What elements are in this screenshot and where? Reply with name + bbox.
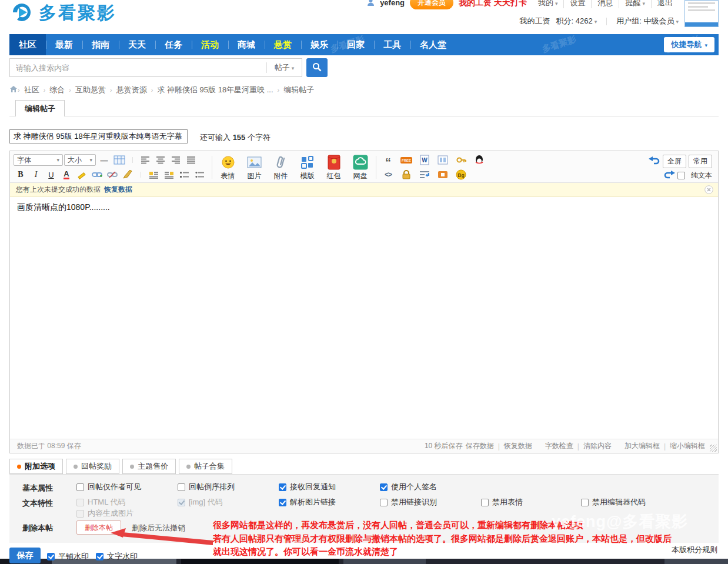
settings-link[interactable]: 设置 (564, 0, 592, 8)
my-menu[interactable]: 我的 (532, 0, 565, 8)
crumb-mutual-bounty[interactable]: 互助悬赏 (71, 85, 110, 95)
salary-link[interactable]: 我的工资 (520, 16, 550, 26)
align-right-icon[interactable] (169, 154, 183, 166)
close-icon[interactable] (704, 185, 713, 196)
username[interactable]: yefeng (380, 0, 405, 7)
checkbox-tile-watermark[interactable]: 平铺水印 (47, 551, 89, 562)
undo-icon[interactable] (649, 156, 660, 166)
tab-thread-price[interactable]: 主题售价 (122, 459, 176, 474)
highlight-icon[interactable] (75, 169, 89, 181)
messages-link[interactable]: 消息 (592, 0, 619, 8)
tab-edit-post[interactable]: 编辑帖子 (15, 100, 65, 116)
save-data-link[interactable]: 保存数据 (466, 441, 494, 451)
align-justify-icon[interactable] (185, 154, 199, 166)
word-count-link[interactable]: 字数检查 (545, 441, 573, 451)
nav-item-mall[interactable]: 商城 (228, 34, 265, 55)
common-button[interactable]: 常用 (689, 155, 712, 168)
qq-icon[interactable] (472, 154, 486, 166)
tab-reply-reward[interactable]: 回帖奖励 (66, 459, 119, 474)
font-size-select[interactable]: 大小▾ (64, 154, 96, 166)
tab-extra-options[interactable]: 附加选项 (9, 459, 63, 474)
columns-icon[interactable] (436, 154, 450, 166)
attachment-button[interactable]: 附件 (270, 155, 292, 181)
remove-link-icon[interactable] (105, 169, 119, 181)
nav-item-daily[interactable]: 天天 (119, 34, 155, 55)
checkbox-parse-image-links[interactable]: 解析图片链接 (279, 497, 336, 508)
redo-icon[interactable] (663, 171, 675, 181)
plain-text-checkbox[interactable] (677, 172, 685, 179)
word-doc-icon[interactable]: W (418, 154, 432, 166)
save-button[interactable]: 保存 (9, 548, 41, 563)
float-right-icon[interactable] (162, 169, 176, 181)
nav-item-latest[interactable]: 最新 (46, 34, 82, 55)
forum-rules-link[interactable]: 本版积分规则 (672, 545, 717, 555)
checkbox-use-signature[interactable]: 使用个人签名 (380, 482, 437, 492)
clear-format-icon[interactable] (121, 169, 135, 181)
search-type-dropdown[interactable]: 帖子 (266, 62, 302, 73)
bold-icon[interactable]: B (14, 169, 28, 181)
crumb-community[interactable]: 社区 (20, 85, 44, 95)
logout-link[interactable]: 退出 (652, 0, 679, 8)
nav-item-tasks[interactable]: 任务 (155, 34, 192, 55)
align-center-icon[interactable] (154, 154, 168, 166)
checkbox-disable-link-detect[interactable]: 禁用链接识别 (380, 497, 437, 508)
search-button[interactable] (306, 58, 328, 77)
sell-lock-icon[interactable] (399, 169, 413, 181)
font-family-select[interactable]: 字体▾ (14, 154, 63, 166)
editor-content-area[interactable]: 画质清晰点的1080P......... (10, 197, 718, 439)
nav-item-entertainment[interactable]: 娱乐 (301, 34, 338, 55)
search-input[interactable] (10, 59, 266, 76)
table-icon[interactable] (112, 154, 126, 166)
enlarge-editor-link[interactable]: 加大编辑框 (625, 441, 660, 451)
align-left-icon[interactable] (139, 154, 153, 166)
credits-dropdown[interactable]: 积分: 4262 (556, 16, 597, 26)
site-logo[interactable]: 多看聚影 (9, 0, 116, 26)
quote-icon[interactable]: “ (381, 154, 395, 166)
notifications-menu[interactable]: 提醒 (619, 0, 652, 8)
code-icon[interactable]: <> (381, 169, 395, 181)
checkbox-author-only[interactable]: 回帖仅作者可见 (76, 482, 141, 492)
hide-content-key-icon[interactable] (454, 154, 468, 166)
ordered-list-icon[interactable] (178, 169, 192, 181)
home-icon[interactable] (9, 85, 18, 95)
unordered-list-icon[interactable] (193, 169, 207, 181)
usergroup-dropdown[interactable]: 用户组: 中级会员 (616, 16, 679, 26)
salary-promo-link[interactable]: 我的工资 天天打卡 (459, 0, 527, 8)
nav-item-events[interactable]: 活动 (192, 34, 228, 55)
post-title-input[interactable] (9, 129, 188, 143)
clear-content-link[interactable]: 清除内容 (583, 441, 612, 451)
image-button[interactable]: 图片 (243, 155, 265, 181)
checkbox-reply-notify[interactable]: 接收回复通知 (279, 482, 336, 492)
media-icon[interactable] (436, 169, 450, 181)
tab-post-collection[interactable]: 帖子合集 (179, 459, 232, 474)
nav-item-bounty[interactable]: 悬赏 (265, 34, 301, 55)
quick-nav-button[interactable]: 快捷导航 (664, 37, 714, 52)
delete-post-button[interactable]: 删除本帖 (76, 520, 121, 535)
insert-link-icon[interactable] (90, 169, 104, 181)
avatar[interactable] (367, 0, 375, 8)
crumb-general[interactable]: 综合 (45, 85, 69, 95)
checkbox-reverse-order[interactable]: 回帖倒序排列 (178, 482, 235, 492)
nav-item-home[interactable]: 回家 (338, 34, 374, 55)
template-button[interactable]: 模版 (296, 155, 318, 181)
free-tag-icon[interactable]: FREE (399, 154, 413, 166)
crumb-thread-title[interactable]: 求 神雕侠侣 95版 18年星河重映 ... (153, 85, 277, 95)
crumb-bounty-resources[interactable]: 悬赏资源 (112, 85, 151, 95)
checkbox-text-watermark[interactable]: 文字水印 (96, 551, 138, 562)
shrink-editor-link[interactable]: 缩小编辑框 (670, 441, 705, 451)
cloud-drive-button[interactable]: 网盘 (349, 155, 371, 181)
fullscreen-button[interactable]: 全屏 (663, 155, 686, 168)
red-packet-button[interactable]: 红包 (323, 155, 345, 181)
italic-icon[interactable]: I (29, 169, 43, 181)
float-left-icon[interactable] (147, 169, 161, 181)
horizontal-rule-icon[interactable]: — (97, 154, 111, 166)
nav-item-community[interactable]: 社区 (9, 34, 46, 55)
resize-grip[interactable] (710, 445, 717, 452)
underline-icon[interactable]: U (44, 169, 58, 181)
checkbox-disable-editor-code[interactable]: 禁用编辑器代码 (581, 497, 646, 508)
restore-data-link2[interactable]: 恢复数据 (504, 441, 532, 451)
restore-data-link[interactable]: 恢复数据 (104, 185, 132, 195)
font-color-icon[interactable]: A (64, 170, 69, 179)
smilies-button[interactable]: 表情 (217, 155, 239, 181)
nav-item-guide[interactable]: 指南 (82, 34, 119, 55)
